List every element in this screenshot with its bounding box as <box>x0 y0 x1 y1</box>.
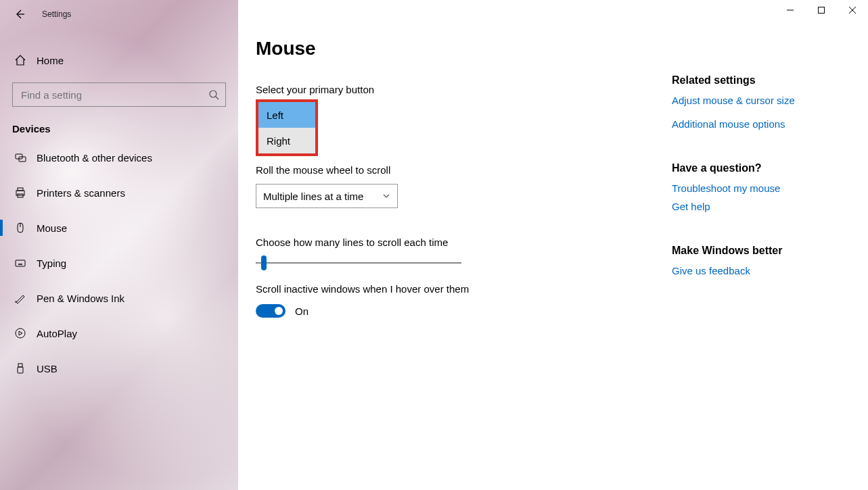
scroll-wheel-label: Roll the mouse wheel to scroll <box>256 164 672 176</box>
svg-rect-14 <box>16 260 25 266</box>
inactive-windows-label: Scroll inactive windows when I hover ove… <box>256 283 672 295</box>
nav-item-label: USB <box>37 363 58 374</box>
nav-bluetooth[interactable]: Bluetooth & other devices <box>0 140 238 175</box>
close-button[interactable] <box>837 0 868 20</box>
sidebar: Settings Home Devices Bluetooth & other … <box>0 0 238 490</box>
svg-rect-10 <box>18 188 23 191</box>
nav-item-label: Bluetooth & other devices <box>37 152 152 164</box>
nav-typing[interactable]: Typing <box>0 245 238 280</box>
scroll-wheel-value: Multiple lines at a time <box>263 191 363 202</box>
nav-usb[interactable]: USB <box>0 351 238 386</box>
nav-home[interactable]: Home <box>0 43 238 77</box>
svg-point-5 <box>210 91 216 97</box>
bluetooth-icon <box>12 151 28 164</box>
close-icon <box>848 6 856 14</box>
search-input[interactable] <box>12 82 226 107</box>
content: Mouse Select your primary button Roll th… <box>238 0 672 490</box>
toggle-knob <box>275 307 283 315</box>
svg-point-19 <box>16 328 25 338</box>
maximize-button[interactable] <box>806 0 837 20</box>
link-adjust-mouse-cursor-size[interactable]: Adjust mouse & cursor size <box>672 95 852 106</box>
primary-button-label: Select your primary button <box>256 84 672 95</box>
nav-item-label: AutoPlay <box>37 328 77 339</box>
chevron-down-icon <box>382 192 390 200</box>
minimize-icon <box>786 6 794 14</box>
autoplay-icon <box>12 327 28 339</box>
settings-window: Settings Home Devices Bluetooth & other … <box>0 0 868 490</box>
related-pane: Related settings Adjust mouse & cursor s… <box>672 0 868 490</box>
svg-line-6 <box>216 97 219 99</box>
arrow-left-icon <box>14 8 26 20</box>
toggle-state: On <box>295 305 309 317</box>
link-troubleshoot-mouse[interactable]: Troubleshoot my mouse <box>672 182 852 194</box>
make-windows-better-head: Make Windows better <box>672 245 852 257</box>
search-container <box>12 82 226 107</box>
nav-pen[interactable]: Pen & Windows Ink <box>0 280 238 316</box>
lines-label: Choose how many lines to scroll each tim… <box>256 237 672 248</box>
svg-rect-20 <box>18 364 22 367</box>
home-icon <box>12 54 28 66</box>
search-icon <box>208 89 219 100</box>
nav-mouse[interactable]: Mouse <box>0 210 238 245</box>
minimize-button[interactable] <box>775 0 806 20</box>
maximize-icon <box>817 6 825 14</box>
slider-thumb[interactable] <box>261 255 267 270</box>
inactive-windows-toggle[interactable] <box>256 304 285 318</box>
link-get-help[interactable]: Get help <box>672 201 852 212</box>
printer-icon <box>12 187 28 199</box>
slider-track <box>256 262 461 264</box>
titlebar: Settings <box>0 4 238 24</box>
have-question-head: Have a question? <box>672 162 852 174</box>
window-controls <box>775 0 868 20</box>
primary-button-option-right[interactable]: Right <box>258 128 315 153</box>
mouse-icon <box>12 222 28 234</box>
link-give-feedback[interactable]: Give us feedback <box>672 265 852 276</box>
nav-item-label: Typing <box>37 258 66 269</box>
primary-button-option-left[interactable]: Left <box>258 102 315 128</box>
keyboard-icon <box>12 257 28 269</box>
svg-rect-21 <box>18 367 23 373</box>
link-additional-mouse-options[interactable]: Additional mouse options <box>672 118 852 130</box>
related-settings-head: Related settings <box>672 74 852 87</box>
nav-autoplay[interactable]: AutoPlay <box>0 316 238 351</box>
nav-item-label: Mouse <box>37 222 67 234</box>
nav-home-label: Home <box>37 55 64 66</box>
back-button[interactable] <box>12 7 27 22</box>
nav-printers[interactable]: Printers & scanners <box>0 175 238 210</box>
app-title: Settings <box>42 9 71 19</box>
section-header: Devices <box>0 107 238 140</box>
nav-item-label: Printers & scanners <box>37 187 125 199</box>
scroll-wheel-dropdown[interactable]: Multiple lines at a time <box>256 184 398 208</box>
pen-icon <box>12 292 28 304</box>
inactive-windows-toggle-row: On <box>256 304 672 318</box>
nav-item-label: Pen & Windows Ink <box>37 293 124 304</box>
page-title: Mouse <box>256 38 672 59</box>
lines-slider[interactable] <box>256 255 461 271</box>
usb-icon <box>12 362 28 374</box>
primary-button-dropdown-open: Left Right <box>256 99 318 156</box>
svg-rect-1 <box>819 7 825 14</box>
